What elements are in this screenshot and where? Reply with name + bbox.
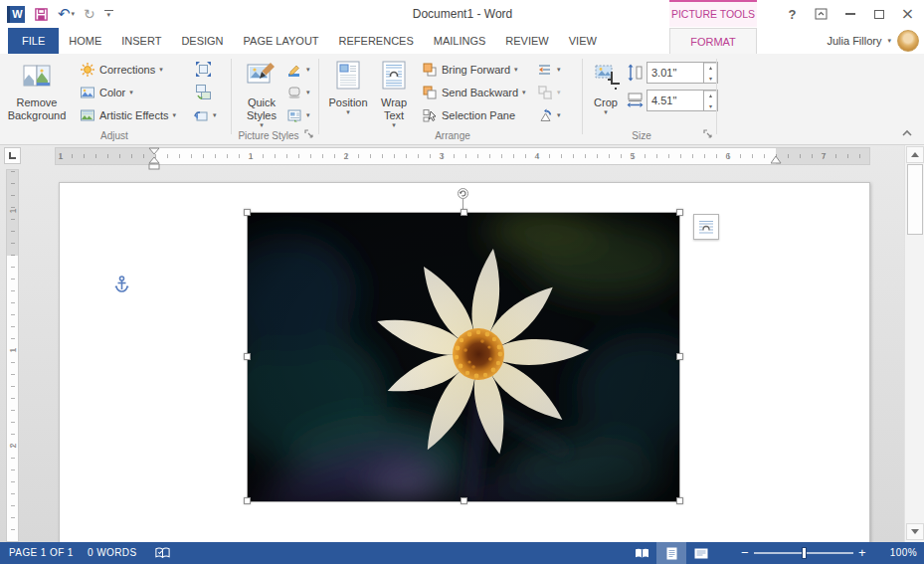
layout-options-button[interactable] — [693, 214, 719, 240]
word-logo-icon[interactable]: W — [7, 6, 25, 23]
dropdown-arrow-icon: ▾ — [306, 112, 310, 119]
dropdown-arrow-icon: ▾ — [260, 122, 264, 129]
tab-mailings[interactable]: MAILINGS — [424, 28, 496, 54]
indent-markers[interactable] — [149, 147, 160, 173]
resize-handle-s[interactable] — [461, 497, 467, 504]
proofing-status-button[interactable] — [154, 546, 171, 564]
change-picture-icon — [195, 84, 212, 100]
tab-page-layout[interactable]: PAGE LAYOUT — [234, 28, 329, 54]
remove-background-button[interactable]: Remove Background — [6, 57, 68, 137]
ribbon-tabs: FILE HOME INSERT DESIGN PAGE LAYOUT REFE… — [8, 28, 607, 54]
tab-design[interactable]: DESIGN — [171, 28, 233, 54]
crop-button[interactable]: Crop ▾ — [587, 57, 625, 137]
height-input[interactable] — [647, 63, 703, 83]
picture-border-button[interactable]: ▾ — [286, 59, 310, 81]
position-button[interactable]: Position ▾ — [326, 57, 370, 137]
zoom-out-button[interactable]: − — [738, 542, 752, 564]
picture-effects-button[interactable]: ▾ — [286, 82, 310, 103]
view-switcher — [627, 542, 716, 564]
corrections-button[interactable]: Corrections ▾ — [80, 59, 163, 81]
selected-picture[interactable] — [248, 213, 679, 501]
width-input[interactable] — [647, 91, 703, 110]
undo-button[interactable]: ↶ ▾ — [58, 7, 75, 21]
ribbon-display-options-button[interactable] — [807, 1, 835, 27]
bring-forward-icon — [422, 62, 438, 78]
align-icon — [537, 62, 553, 78]
reset-picture-button[interactable]: ▾ — [192, 104, 217, 126]
collapse-ribbon-button[interactable] — [900, 128, 916, 140]
rotation-handle[interactable] — [457, 187, 469, 202]
ruler-number: 2 — [341, 151, 351, 161]
window-title: Document1 - Word — [259, 0, 666, 28]
ribbon-tab-row: FILE HOME INSERT DESIGN PAGE LAYOUT REFE… — [0, 28, 924, 54]
artistic-effects-icon — [80, 107, 95, 123]
dropdown-arrow-icon: ▾ — [306, 67, 310, 74]
color-button[interactable]: Color ▾ — [80, 82, 133, 103]
redo-button[interactable]: ↻ — [84, 7, 95, 21]
bring-forward-label: Bring Forward — [442, 64, 510, 76]
selection-pane-button[interactable]: Selection Pane — [422, 104, 515, 126]
proofing-book-icon — [154, 546, 171, 560]
resize-handle-se[interactable] — [676, 497, 683, 504]
word-count[interactable]: 0 WORDS — [88, 542, 136, 564]
user-avatar — [897, 30, 919, 52]
print-layout-button[interactable] — [656, 542, 686, 564]
tab-home[interactable]: HOME — [59, 28, 111, 54]
send-backward-label: Send Backward — [442, 87, 518, 98]
picture-layout-button[interactable]: ▾ — [286, 104, 310, 126]
help-button[interactable]: ? — [778, 1, 807, 27]
tab-stop-selector[interactable] — [4, 147, 21, 164]
tab-file[interactable]: FILE — [8, 28, 59, 54]
size-dialog-launcher[interactable] — [703, 129, 714, 140]
dropdown-arrow-icon: ▾ — [159, 67, 163, 74]
resize-handle-sw[interactable] — [244, 497, 251, 504]
document-page[interactable] — [59, 182, 870, 542]
zoom-slider-thumb[interactable] — [802, 547, 807, 559]
resize-handle-w[interactable] — [244, 353, 251, 360]
save-button[interactable] — [34, 7, 49, 22]
close-button[interactable]: × — [893, 1, 922, 27]
ruler-number: 1 — [8, 345, 18, 355]
resize-handle-nw[interactable] — [244, 209, 251, 216]
artistic-effects-button[interactable]: Artistic Effects ▾ — [80, 104, 176, 126]
align-button[interactable]: ▾ — [537, 59, 561, 81]
send-backward-button[interactable]: Send Backward ▾ — [422, 82, 526, 103]
tab-review[interactable]: REVIEW — [495, 28, 558, 54]
layout-options-icon — [697, 218, 715, 236]
zoom-in-button[interactable]: + — [855, 542, 869, 564]
redo-icon: ↻ — [84, 7, 95, 21]
zoom-level[interactable]: 100% — [875, 542, 917, 564]
minimize-button[interactable] — [835, 1, 864, 27]
change-picture-button[interactable] — [192, 82, 214, 102]
scroll-down-button[interactable] — [906, 523, 924, 540]
rotate-objects-button[interactable]: ▾ — [537, 104, 561, 126]
resize-handle-n[interactable] — [461, 209, 467, 216]
tab-format[interactable]: FORMAT — [669, 28, 757, 55]
horizontal-ruler[interactable]: 1 1 2 3 4 5 6 7 — [55, 147, 870, 165]
bring-forward-button[interactable]: Bring Forward ▾ — [422, 59, 518, 81]
dropdown-arrow-icon: ▾ — [557, 112, 561, 119]
vertical-scrollbar[interactable] — [904, 145, 924, 542]
compress-pictures-button[interactable] — [192, 59, 214, 80]
customize-qat-button[interactable]: ▾ — [104, 10, 113, 19]
quick-styles-button[interactable]: Quick Styles ▾ — [239, 57, 284, 137]
account-menu[interactable]: Julia Fillory ▾ — [827, 29, 919, 53]
resize-handle-ne[interactable] — [676, 209, 683, 216]
right-indent-marker[interactable] — [771, 156, 782, 165]
tab-references[interactable]: REFERENCES — [329, 28, 424, 54]
resize-handle-e[interactable] — [676, 353, 683, 360]
scroll-up-button[interactable] — [906, 146, 924, 163]
picture-styles-dialog-launcher[interactable] — [304, 129, 315, 140]
wrap-text-button[interactable]: Wrap Text ▾ — [372, 57, 416, 137]
tab-view[interactable]: VIEW — [559, 28, 607, 54]
tab-insert[interactable]: INSERT — [111, 28, 171, 54]
scrollbar-thumb[interactable] — [907, 164, 923, 235]
read-mode-button[interactable] — [627, 542, 656, 564]
web-layout-button[interactable] — [686, 542, 716, 564]
vertical-ruler[interactable]: 1 1 2 — [6, 169, 19, 542]
maximize-button[interactable] — [864, 1, 893, 27]
page-indicator[interactable]: PAGE 1 OF 1 — [9, 542, 74, 564]
dropdown-arrow-icon: ▾ — [172, 112, 176, 119]
group-objects-button[interactable]: ▾ — [537, 82, 561, 103]
group-divider — [318, 59, 319, 134]
